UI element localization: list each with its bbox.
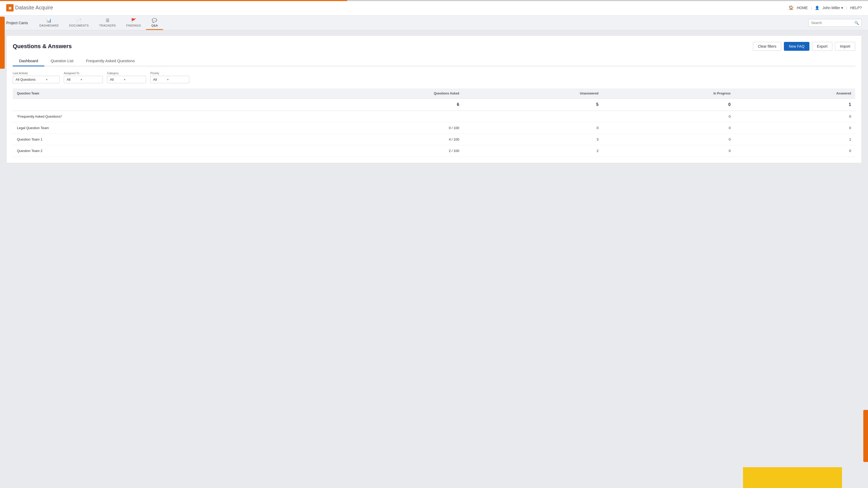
home-icon: 🏠 bbox=[788, 5, 794, 10]
filter-last-activity-select[interactable]: All Questions ▾ bbox=[13, 76, 60, 83]
totals-questions-asked: 6 bbox=[289, 99, 464, 111]
top-nav-right: 🏠 HOME | 👤 John Miller ▾ | HELP? bbox=[788, 5, 862, 10]
bottom-decoration bbox=[743, 467, 842, 488]
totals-row: 6 5 0 1 bbox=[13, 99, 855, 111]
totals-unanswered: 5 bbox=[463, 99, 602, 111]
new-faq-button[interactable]: New FAQ bbox=[784, 42, 809, 51]
search-area: 🔍 bbox=[808, 19, 862, 27]
nav-item-documents[interactable]: 📄 DOCUMENTS bbox=[64, 16, 94, 30]
faq-answered: 0 bbox=[735, 111, 855, 122]
right-decoration bbox=[863, 410, 868, 462]
findings-label: FINDINGS bbox=[126, 24, 141, 27]
faq-in-progress: 0 bbox=[602, 111, 735, 122]
legal-unanswered: 0 bbox=[463, 122, 602, 134]
team2-unanswered: 2 bbox=[463, 145, 602, 157]
nav-item-dashboard[interactable]: 📊 DASHBOARD bbox=[34, 16, 64, 30]
faq-team-name: *Frequently Asked Questions* bbox=[13, 111, 289, 122]
filter-assigned-to-label: Assigned To bbox=[64, 72, 103, 75]
chevron-priority: ▾ bbox=[167, 78, 168, 81]
totals-team bbox=[13, 99, 289, 111]
user-name: John Miller bbox=[823, 6, 840, 10]
filter-category: Category All ▾ bbox=[107, 72, 146, 83]
tab-dashboard[interactable]: Dashboard bbox=[13, 56, 44, 66]
team2-answered: 0 bbox=[735, 145, 855, 157]
documents-label: DOCUMENTS bbox=[69, 24, 89, 27]
left-decoration bbox=[0, 17, 5, 69]
project-name: Project Canis bbox=[6, 21, 28, 25]
trackers-label: TRACKERS bbox=[99, 24, 116, 27]
filter-priority: Priority All ▾ bbox=[150, 72, 189, 83]
legal-team-name: Legal Question Team bbox=[13, 122, 289, 134]
team2-in-progress: 0 bbox=[602, 145, 735, 157]
team2-questions-asked: 2 / 100 bbox=[289, 145, 464, 157]
chevron-assigned-to: ▾ bbox=[81, 78, 82, 81]
th-questions-asked: Questions Asked bbox=[289, 89, 464, 99]
th-question-team: Question Team bbox=[13, 89, 289, 99]
search-icon: 🔍 bbox=[855, 21, 859, 25]
filter-category-select[interactable]: All ▾ bbox=[107, 76, 146, 83]
team1-unanswered: 3 bbox=[463, 134, 602, 145]
team2-name: Question Team 2 bbox=[13, 145, 289, 157]
logo-icon bbox=[6, 4, 13, 11]
help-link[interactable]: HELP? bbox=[850, 6, 862, 10]
filter-category-value: All bbox=[110, 77, 114, 82]
separator-2: | bbox=[846, 6, 847, 10]
data-table: Question Team Questions Asked Unanswered… bbox=[13, 89, 855, 157]
chevron-last-activity: ▾ bbox=[46, 78, 48, 81]
th-in-progress: In Progress bbox=[602, 89, 735, 99]
table-row: *Frequently Asked Questions* 0 0 bbox=[13, 111, 855, 122]
page-title: Questions & Answers bbox=[13, 43, 72, 50]
brand-name: Datasite bbox=[15, 5, 34, 10]
clear-filters-button[interactable]: Clear filters bbox=[753, 42, 781, 51]
tab-question-list[interactable]: Question List bbox=[44, 56, 80, 66]
faq-questions-asked bbox=[289, 111, 464, 122]
team1-questions-asked: 4 / 100 bbox=[289, 134, 464, 145]
header-actions: Clear filters New FAQ Export Import bbox=[753, 42, 855, 51]
nav-item-findings[interactable]: 🚩 FINDINGS bbox=[121, 16, 146, 30]
team1-in-progress: 0 bbox=[602, 134, 735, 145]
filter-assigned-to-select[interactable]: All ▾ bbox=[64, 76, 103, 83]
table-header-row: Question Team Questions Asked Unanswered… bbox=[13, 89, 855, 99]
nav-items: 📊 DASHBOARD 📄 DOCUMENTS ☰ TRACKERS 🚩 FIN… bbox=[34, 16, 808, 30]
filters-row: Last Activity All Questions ▾ Assigned T… bbox=[13, 72, 855, 83]
dashboard-label: DASHBOARD bbox=[39, 24, 59, 27]
table-container: Question Team Questions Asked Unanswered… bbox=[13, 89, 855, 157]
top-navigation: Datasite Acquire 🏠 HOME | 👤 John Miller … bbox=[0, 0, 868, 15]
table-row: Question Team 2 2 / 100 2 0 0 bbox=[13, 145, 855, 157]
qa-label: Q&A bbox=[151, 24, 158, 27]
team1-answered: 1 bbox=[735, 134, 855, 145]
tabs: Dashboard Question List Frequently Asked… bbox=[13, 56, 855, 66]
tab-faq[interactable]: Frequently Asked Questions bbox=[80, 56, 141, 66]
dashboard-icon: 📊 bbox=[46, 18, 52, 23]
logo-text: Datasite Acquire bbox=[15, 5, 53, 11]
findings-icon: 🚩 bbox=[131, 18, 136, 23]
filter-last-activity: Last Activity All Questions ▾ bbox=[13, 72, 60, 83]
filter-assigned-to: Assigned To All ▾ bbox=[64, 72, 103, 83]
filter-category-label: Category bbox=[107, 72, 146, 75]
nav-item-trackers[interactable]: ☰ TRACKERS bbox=[94, 16, 121, 30]
user-icon: 👤 bbox=[815, 6, 819, 10]
logo: Datasite Acquire bbox=[6, 4, 53, 11]
chevron-category: ▾ bbox=[124, 78, 125, 81]
filter-priority-select[interactable]: All ▾ bbox=[150, 76, 189, 83]
filter-priority-value: All bbox=[153, 77, 157, 82]
totals-in-progress: 0 bbox=[602, 99, 735, 111]
trackers-icon: ☰ bbox=[106, 18, 110, 23]
product-name: Acquire bbox=[34, 5, 53, 10]
export-button[interactable]: Export bbox=[812, 42, 832, 51]
nav-item-qa[interactable]: 💬 Q&A bbox=[146, 16, 163, 30]
search-box: 🔍 bbox=[808, 19, 862, 27]
team1-name: Question Team 1 bbox=[13, 134, 289, 145]
table-row: Question Team 1 4 / 100 3 0 1 bbox=[13, 134, 855, 145]
th-answered: Answered bbox=[735, 89, 855, 99]
user-chevron: ▾ bbox=[841, 6, 843, 10]
faq-unanswered bbox=[463, 111, 602, 122]
import-button[interactable]: Import bbox=[835, 42, 855, 51]
user-menu[interactable]: John Miller ▾ bbox=[823, 6, 843, 10]
filter-last-activity-value: All Questions bbox=[16, 77, 36, 82]
search-input[interactable] bbox=[811, 21, 853, 25]
page-header: Questions & Answers Clear filters New FA… bbox=[13, 42, 855, 51]
table-row: Legal Question Team 0 / 100 0 0 0 bbox=[13, 122, 855, 134]
home-link[interactable]: HOME bbox=[797, 6, 808, 10]
legal-questions-asked: 0 / 100 bbox=[289, 122, 464, 134]
